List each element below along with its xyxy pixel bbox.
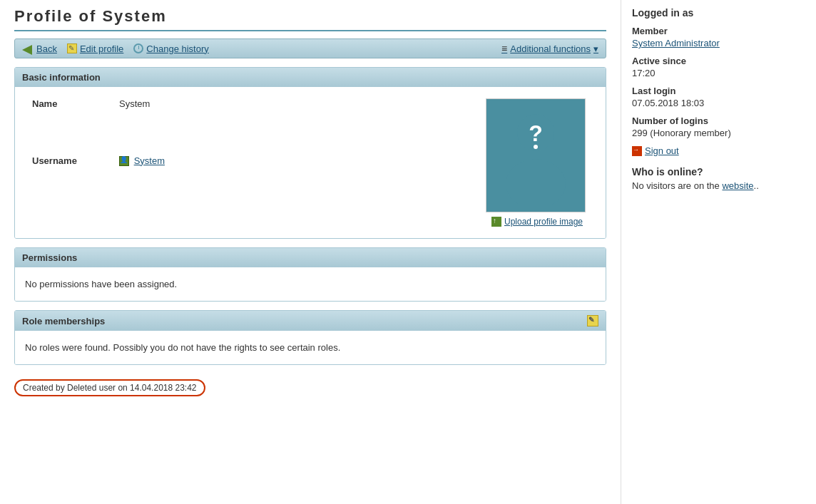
role-memberships-body: No roles were found. Possibly you do not… — [15, 331, 606, 364]
upload-label: Upload profile image — [504, 217, 583, 227]
avatar-svg: ? — [496, 106, 575, 205]
table-row: Name System ? — [26, 96, 594, 151]
role-memberships-section: Role memberships No roles were found. Po… — [14, 310, 606, 365]
number-of-logins-label: Number of logins — [632, 115, 767, 126]
svg-point-3 — [534, 145, 538, 149]
logged-in-as-title: Logged in as — [632, 7, 767, 19]
username-label: Username — [26, 153, 112, 209]
basic-information-section: Basic information Name System — [14, 67, 606, 239]
toolbar-left: Back Edit profile Change history — [22, 43, 501, 54]
page-layout: Profile of System Back Edit profile Chan… — [0, 0, 816, 504]
profile-image-cell: ? Upload profile — [480, 96, 594, 230]
name-label: Name — [26, 96, 112, 151]
role-memberships-text: No roles were found. Possibly you do not… — [25, 338, 596, 357]
additional-functions-button[interactable]: ≡ Additional functions ▾ — [501, 43, 598, 54]
sign-out-icon — [632, 146, 642, 156]
change-history-label: Change history — [146, 43, 208, 54]
page-title: Profile of System — [14, 7, 606, 31]
permissions-text: No permissions have been assigned. — [25, 274, 596, 294]
member-value: System Administrator — [632, 38, 767, 48]
basic-information-title: Basic information — [22, 72, 101, 83]
back-icon — [22, 43, 34, 53]
dropdown-arrow: ▾ — [593, 43, 598, 54]
member-link[interactable]: System Administrator — [632, 38, 720, 48]
page-footer: Created by Deleted user on 14.04.2018 23… — [14, 379, 205, 396]
role-memberships-header: Role memberships — [15, 311, 606, 331]
svg-point-2 — [506, 159, 566, 205]
last-login-label: Last login — [632, 86, 767, 96]
permissions-body: No permissions have been assigned. — [15, 267, 606, 301]
change-history-button[interactable]: Change history — [133, 43, 208, 54]
role-memberships-title: Role memberships — [22, 316, 105, 326]
basic-information-body: Name System ? — [15, 87, 606, 238]
active-since-value: 17:20 — [632, 68, 767, 78]
back-button[interactable]: Back — [22, 43, 57, 54]
last-login-value: 07.05.2018 18:03 — [632, 98, 767, 108]
sign-out-label: Sign out — [645, 145, 679, 156]
toolbar-right: ≡ Additional functions ▾ — [501, 43, 598, 54]
who-is-online-title: Who is online? — [632, 166, 767, 178]
basic-information-header: Basic information — [15, 68, 606, 87]
active-since-label: Active since — [632, 56, 767, 66]
username-icon — [119, 156, 129, 166]
upload-icon — [491, 217, 501, 227]
number-of-logins-value: 299 (Honorary member) — [632, 128, 767, 138]
profile-avatar: ? — [486, 98, 586, 212]
edit-profile-button[interactable]: Edit profile — [67, 43, 123, 54]
avatar-silhouette: ? — [486, 99, 585, 212]
additional-functions-label: Additional functions — [510, 43, 591, 54]
online-text-content: No visitors are on the website.. — [632, 180, 759, 191]
username-link[interactable]: System — [134, 155, 165, 166]
permissions-title: Permissions — [22, 252, 77, 263]
edit-icon — [67, 43, 77, 53]
sidebar: Logged in as Member System Administrator… — [621, 0, 777, 504]
edit-profile-label: Edit profile — [80, 43, 123, 54]
permissions-header: Permissions — [15, 248, 606, 267]
sign-out-container: Sign out — [632, 145, 767, 156]
sign-out-button[interactable]: Sign out — [632, 145, 767, 156]
role-memberships-edit-icon[interactable] — [587, 315, 598, 326]
username-value: System — [113, 153, 479, 209]
toolbar: Back Edit profile Change history ≡ Addit… — [14, 38, 606, 58]
website-link[interactable]: website — [722, 180, 753, 191]
back-label: Back — [36, 43, 57, 54]
menu-icon: ≡ — [501, 43, 507, 54]
online-text: No visitors are on the website.. — [632, 180, 767, 191]
upload-profile-image-button[interactable]: Upload profile image — [486, 217, 588, 227]
permissions-section: Permissions No permissions have been ass… — [14, 247, 606, 302]
info-table: Name System ? — [25, 94, 596, 231]
name-value: System — [113, 96, 479, 151]
member-label: Member — [632, 26, 767, 36]
main-content: Profile of System Back Edit profile Chan… — [0, 0, 621, 504]
svg-text:?: ? — [529, 120, 543, 146]
history-icon — [133, 43, 143, 53]
